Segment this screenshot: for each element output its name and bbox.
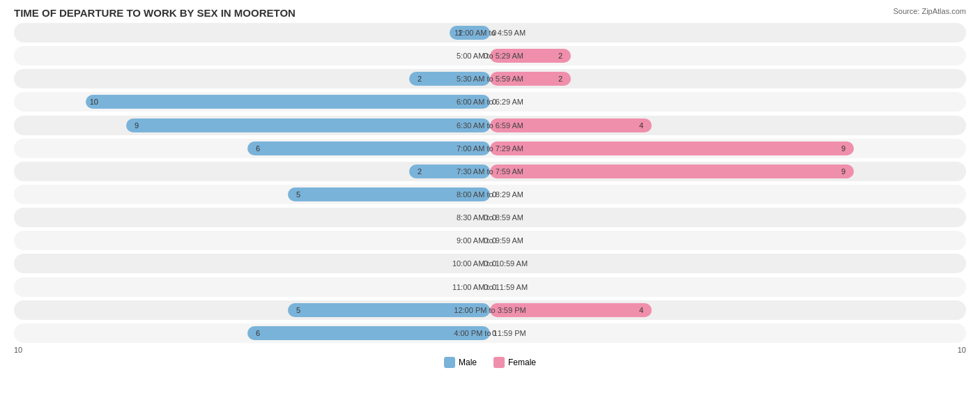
axis-left-label: 10: [14, 346, 22, 354]
chart-title: TIME OF DEPARTURE TO WORK BY SEX IN MOOR…: [14, 7, 966, 19]
male-value: 2: [418, 75, 422, 83]
female-value: 9: [841, 144, 845, 153]
female-value: 2: [558, 75, 562, 83]
axis-bottom: 10 10: [14, 346, 966, 354]
time-label: 9:00 AM to 9:59 AM: [457, 236, 523, 245]
female-bar: [490, 164, 854, 178]
time-label: 8:30 AM to 8:59 AM: [457, 213, 523, 222]
time-label: 12:00 AM to 4:59 AM: [454, 29, 526, 37]
bar-row: 5:00 AM to 5:29 AM02: [14, 46, 966, 66]
male-swatch: [444, 357, 455, 368]
rows-container: 12:00 AM to 4:59 AM105:00 AM to 5:29 AM0…: [14, 23, 966, 343]
legend: Male Female: [14, 357, 966, 368]
time-label: 4:00 PM to 11:59 PM: [454, 329, 526, 337]
female-value: 4: [639, 121, 643, 130]
bar-row: 5:30 AM to 5:59 AM22: [14, 69, 966, 89]
female-value: 9: [841, 167, 845, 176]
male-label: Male: [459, 358, 477, 367]
male-value: 6: [256, 144, 260, 153]
bar-row: 11:00 AM to 11:59 AM00: [14, 277, 966, 297]
male-value: 2: [418, 167, 422, 176]
bar-row: 8:00 AM to 8:29 AM50: [14, 185, 966, 204]
male-value: 6: [256, 329, 260, 337]
time-label: 5:00 AM to 5:29 AM: [457, 52, 523, 60]
time-label: 7:30 AM to 7:59 AM: [457, 167, 523, 176]
time-label: 7:00 AM to 7:29 AM: [457, 144, 523, 153]
time-label: 8:00 AM to 8:29 AM: [457, 190, 523, 199]
bar-row: 12:00 AM to 4:59 AM10: [14, 23, 966, 43]
source-label: Source: ZipAtlas.com: [893, 7, 966, 15]
bar-row: 10:00 AM to 10:59 AM00: [14, 254, 966, 273]
female-value: 4: [639, 306, 643, 314]
time-label: 11:00 AM to 11:59 AM: [452, 283, 528, 291]
male-value: 5: [296, 306, 300, 314]
male-value: 9: [135, 121, 139, 130]
female-value: 2: [558, 52, 562, 60]
legend-male: Male: [444, 357, 477, 368]
bar-row: 7:30 AM to 7:59 AM29: [14, 162, 966, 181]
bar-row: 4:00 PM to 11:59 PM60: [14, 323, 966, 343]
male-bar: [247, 141, 490, 155]
male-bar: [126, 118, 490, 132]
time-label: 6:00 AM to 6:29 AM: [457, 98, 523, 106]
female-bar: [490, 141, 854, 155]
female-swatch: [493, 357, 505, 368]
bar-row: 7:00 AM to 7:29 AM69: [14, 139, 966, 158]
bar-row: 6:00 AM to 6:29 AM100: [14, 92, 966, 112]
bar-row: 9:00 AM to 9:59 AM00: [14, 231, 966, 250]
legend-female: Female: [493, 357, 536, 368]
bar-row: 12:00 PM to 3:59 PM54: [14, 300, 966, 320]
time-label: 6:30 AM to 6:59 AM: [457, 121, 523, 130]
time-label: 5:30 AM to 5:59 AM: [457, 75, 523, 83]
male-value: 5: [296, 190, 300, 199]
male-bar: [86, 95, 490, 109]
time-label: 10:00 AM to 10:59 AM: [452, 259, 528, 268]
male-value: 10: [90, 98, 98, 106]
chart-area: 12:00 AM to 4:59 AM105:00 AM to 5:29 AM0…: [14, 23, 966, 364]
time-label: 12:00 PM to 3:59 PM: [454, 306, 526, 314]
bar-row: 8:30 AM to 8:59 AM00: [14, 208, 966, 227]
bar-row: 6:30 AM to 6:59 AM94: [14, 116, 966, 135]
female-label: Female: [508, 358, 536, 367]
chart-container: TIME OF DEPARTURE TO WORK BY SEX IN MOOR…: [0, 0, 980, 414]
axis-right-label: 10: [958, 346, 966, 354]
